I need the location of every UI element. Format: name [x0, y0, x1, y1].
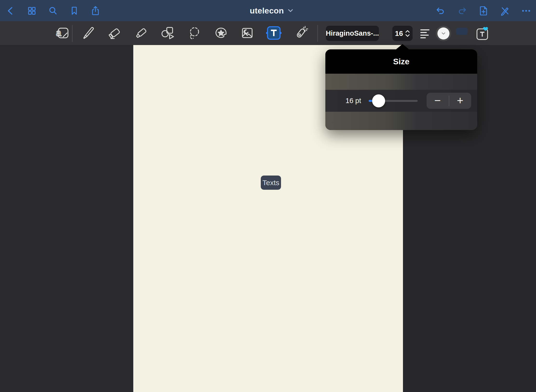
popover-band	[325, 112, 477, 130]
size-popover: Size 16 pt − +	[325, 49, 477, 130]
font-size-button[interactable]: 16	[392, 26, 413, 41]
highlighter-tool-button[interactable]	[134, 25, 149, 41]
text-object[interactable]: Texts	[261, 176, 281, 190]
size-stepper: − +	[427, 93, 471, 109]
share-icon	[90, 5, 101, 16]
eraser-icon	[107, 25, 122, 41]
more-button[interactable]	[520, 5, 532, 17]
font-family-button[interactable]: HiraginoSans-...	[326, 26, 379, 41]
undo-button[interactable]	[435, 5, 446, 17]
text-alignment-button[interactable]	[419, 28, 431, 39]
size-slider-thumb[interactable]	[372, 94, 385, 107]
back-chevron-icon	[5, 5, 16, 16]
app-screen: utelecon	[0, 0, 536, 392]
zoom-window-tool-button[interactable]: a	[54, 25, 70, 41]
undo-icon	[435, 5, 446, 16]
ellipsis-icon	[521, 5, 532, 16]
text-object-label: Texts	[262, 179, 279, 187]
eraser-tool-button[interactable]	[107, 25, 122, 41]
pen-icon	[80, 25, 96, 41]
laser-pointer-icon	[293, 25, 308, 41]
shapes-tool-button[interactable]	[160, 25, 175, 41]
shapes-icon	[160, 25, 175, 41]
share-button[interactable]	[90, 5, 101, 17]
image-icon	[240, 25, 255, 41]
font-size-label: 16	[395, 29, 403, 38]
toolbar-divider	[317, 25, 318, 42]
text-color-button[interactable]	[436, 26, 451, 41]
chevron-down-icon	[441, 32, 446, 35]
zoom-window-icon: a	[54, 25, 70, 41]
up-down-chevrons-icon	[405, 30, 410, 37]
elements-tool-button[interactable]	[213, 25, 229, 41]
size-slider-row: 16 pt − +	[325, 90, 477, 112]
favorite-text-style-button[interactable]	[475, 26, 490, 41]
svg-text:a: a	[56, 27, 61, 38]
lasso-icon	[187, 25, 202, 41]
popover-band	[325, 74, 477, 90]
document-title-button[interactable]: utelecon	[250, 0, 293, 21]
toolbar-divider	[72, 25, 73, 42]
text-tool-button[interactable]	[266, 25, 281, 41]
size-popover-header: Size	[325, 49, 477, 74]
add-page-button[interactable]	[478, 5, 489, 17]
highlighter-icon	[134, 25, 149, 41]
bookmark-button[interactable]	[68, 5, 80, 17]
search-icon	[47, 5, 59, 16]
size-slider[interactable]	[369, 100, 418, 102]
tool-bar: a	[0, 21, 536, 45]
search-button[interactable]	[47, 5, 59, 17]
size-popover-title: Size	[393, 57, 409, 66]
pencil-slash-icon	[499, 5, 510, 16]
pen-tool-button[interactable]	[80, 25, 96, 41]
redo-icon	[456, 5, 468, 16]
text-color-swatch	[437, 27, 449, 39]
add-page-icon	[478, 5, 489, 16]
laser-pointer-tool-button[interactable]	[293, 25, 308, 41]
align-left-icon	[419, 28, 431, 39]
navigation-bar: utelecon	[0, 0, 536, 21]
chevron-down-icon	[288, 9, 294, 13]
bookmark-icon	[69, 5, 80, 16]
font-family-label: HiraginoSans-...	[326, 29, 379, 37]
redo-button[interactable]	[456, 5, 468, 17]
image-tool-button[interactable]	[240, 25, 255, 41]
size-value-label: 16 pt	[342, 90, 364, 112]
back-button[interactable]	[5, 5, 16, 17]
text-tool-selected-icon	[266, 25, 281, 41]
size-decrease-button[interactable]: −	[427, 93, 449, 109]
lasso-tool-button[interactable]	[187, 25, 202, 41]
size-increase-button[interactable]: +	[449, 93, 471, 109]
text-style-favorite-icon	[475, 26, 490, 41]
elements-star-icon	[213, 25, 229, 41]
grid-icon	[26, 5, 37, 16]
page-overview-button[interactable]	[26, 5, 38, 17]
document-title: utelecon	[250, 6, 284, 15]
secondary-color-swatch[interactable]	[456, 28, 468, 35]
end-editing-button[interactable]	[499, 5, 511, 17]
